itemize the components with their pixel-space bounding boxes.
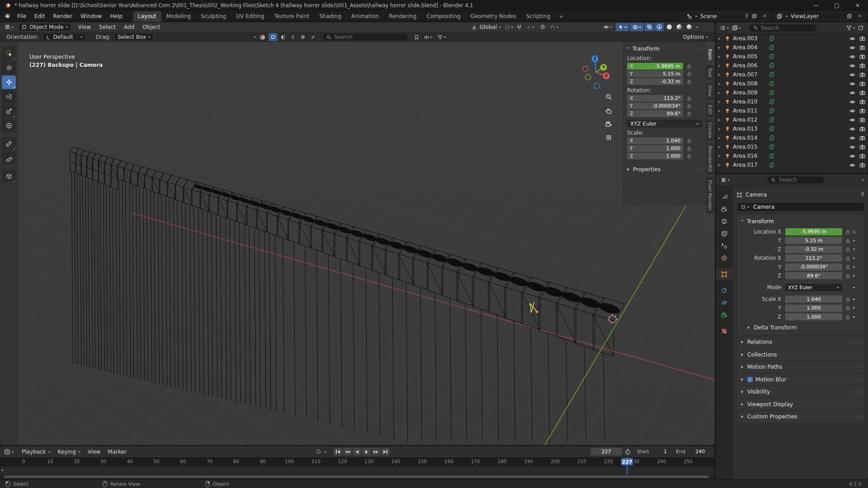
tab-texture[interactable] xyxy=(716,325,733,337)
outliner-search-input[interactable]: Search xyxy=(749,24,817,32)
proportional-editing-toggle[interactable] xyxy=(538,23,547,31)
animate-decorator[interactable]: ◇ xyxy=(850,229,858,234)
menu-item[interactable]: Window xyxy=(76,12,106,21)
expand-arrow-icon[interactable]: ▸ xyxy=(718,72,725,77)
object-name-field[interactable]: Camera xyxy=(737,202,864,211)
play-button[interactable] xyxy=(362,448,371,455)
n-panel-tab[interactable]: BlenderKit xyxy=(706,143,714,175)
frame-end-field[interactable]: End240 xyxy=(672,448,708,455)
hide-eye-icon[interactable] xyxy=(849,63,855,69)
remove-viewlayer-icon[interactable]: ✕ xyxy=(858,13,862,19)
expand-arrow-icon[interactable]: ▸ xyxy=(718,163,725,167)
blender-menu-logo-icon[interactable] xyxy=(4,13,10,19)
outliner-row[interactable]: ▸ Area.015 xyxy=(716,142,868,151)
viewport-camera-view-button[interactable] xyxy=(604,119,613,129)
collapsed-section[interactable]: ✓ Motion Blur xyxy=(737,374,864,385)
properties-options-caret[interactable] xyxy=(862,179,864,182)
expand-arrow-icon[interactable]: ▸ xyxy=(718,63,725,68)
location-value-field[interactable]: Z-0.32 m xyxy=(627,78,683,85)
tab-object[interactable] xyxy=(716,268,733,280)
collapsed-section[interactable]: Viewport Display xyxy=(737,399,864,410)
timeline-editor-type-button[interactable] xyxy=(3,448,15,456)
animate-decorator[interactable]: • xyxy=(850,273,858,278)
scrollbar-thumb[interactable] xyxy=(4,475,709,478)
value-field[interactable]: 1.000 xyxy=(785,313,842,320)
hide-eye-icon[interactable] xyxy=(849,126,855,132)
hide-eye-icon[interactable] xyxy=(849,99,855,105)
lock-icon[interactable] xyxy=(687,154,692,159)
menu-item[interactable]: Edit xyxy=(30,12,49,21)
orientation-default-dropdown[interactable]: Default xyxy=(42,33,86,41)
tool-measure[interactable] xyxy=(2,151,16,165)
timeline-tracks[interactable]: ▸ xyxy=(0,467,715,474)
disable-render-icon[interactable] xyxy=(859,153,865,159)
value-field[interactable]: -0.000034° xyxy=(785,263,842,271)
collapsed-section[interactable]: Motion Paths xyxy=(737,361,864,373)
pin-icon[interactable] xyxy=(860,192,865,197)
tool-cursor[interactable] xyxy=(2,61,16,75)
disable-render-icon[interactable] xyxy=(859,45,865,51)
tab-constraints[interactable] xyxy=(716,284,733,296)
rotation-value-field[interactable]: Y-0.000034° xyxy=(627,103,683,109)
outliner-row[interactable]: ▸ Area.005 xyxy=(716,52,868,61)
n-panel-tab[interactable]: Edit xyxy=(706,102,714,117)
expand-arrow-icon[interactable]: ▸ xyxy=(718,90,725,95)
outliner-row[interactable]: ▸ Area.013 xyxy=(716,124,868,133)
lock-icon[interactable] xyxy=(687,71,692,76)
shading-material-button[interactable] xyxy=(675,23,684,31)
select-origin-toggle[interactable] xyxy=(269,33,278,41)
hide-eye-icon[interactable] xyxy=(849,117,855,123)
disable-render-icon[interactable] xyxy=(859,117,865,123)
lock-icon[interactable] xyxy=(845,273,850,278)
frame-start-field[interactable]: Start1 xyxy=(633,448,670,455)
n-panel-tab[interactable]: View xyxy=(706,82,714,100)
value-field[interactable]: -0.32 m xyxy=(785,246,842,253)
tool-scale[interactable] xyxy=(2,104,16,118)
viewport-canvas[interactable]: User Perspective (227) Backupo | Camera … xyxy=(18,42,715,445)
lock-icon[interactable] xyxy=(845,314,850,319)
material-ball-icon[interactable] xyxy=(260,35,265,40)
next-keyframe-button[interactable] xyxy=(372,448,380,455)
xray-toggle[interactable] xyxy=(645,23,654,31)
hide-eye-icon[interactable] xyxy=(849,45,855,51)
scene-selector[interactable]: Scene ✕ xyxy=(684,12,769,20)
workspace-tab[interactable]: UV Editing xyxy=(231,11,269,22)
expand-arrow-icon[interactable]: ▸ xyxy=(718,36,725,41)
hide-eye-icon[interactable] xyxy=(849,36,855,42)
tool-transform[interactable] xyxy=(2,119,16,132)
tab-physics[interactable] xyxy=(716,296,733,309)
expand-arrow-icon[interactable]: ▸ xyxy=(718,127,725,131)
timeline-menu-item[interactable]: Keying xyxy=(54,447,84,456)
lock-icon[interactable] xyxy=(687,138,692,143)
disable-render-icon[interactable] xyxy=(859,72,865,78)
jump-to-end-button[interactable] xyxy=(381,448,390,455)
tab-world[interactable] xyxy=(716,252,733,264)
options-button[interactable]: Options xyxy=(680,33,711,41)
animate-decorator[interactable]: • xyxy=(850,297,858,302)
workspace-tab[interactable]: Geometry Nodes xyxy=(466,11,521,22)
expand-arrow-icon[interactable]: ▸ xyxy=(718,54,725,59)
viewlayer-selector[interactable]: ViewLayer ✕ xyxy=(774,12,864,20)
hide-eye-icon[interactable] xyxy=(849,81,855,87)
collapsed-section[interactable]: Collections xyxy=(737,349,864,360)
workspace-tab[interactable]: Modeling xyxy=(161,11,196,22)
select-brush-toggle[interactable] xyxy=(308,33,317,41)
transform-panel-header[interactable]: Transform xyxy=(741,217,861,225)
show-gizmo-toggle[interactable] xyxy=(616,23,629,31)
properties-collapsed-panel[interactable]: Properties xyxy=(627,165,703,174)
viewport-zoom-button[interactable] xyxy=(604,92,613,102)
lock-icon[interactable] xyxy=(845,297,850,302)
viewport-menu-item[interactable]: Add xyxy=(120,23,138,32)
rotation-mode-dropdown[interactable]: XYZ Euler xyxy=(627,120,702,127)
outliner-row[interactable]: ▸ Area.014 xyxy=(716,133,868,142)
value-field[interactable]: 5.15 m xyxy=(785,237,842,244)
collapsed-section[interactable]: Custom Properties xyxy=(737,411,864,422)
hide-eye-icon[interactable] xyxy=(849,162,855,168)
drag-select-box-dropdown[interactable]: Select Box xyxy=(114,33,154,41)
scale-value-field[interactable]: Y1.000 xyxy=(627,145,683,152)
properties-editor-type-button[interactable] xyxy=(719,176,731,184)
shading-solid-button[interactable] xyxy=(665,23,674,31)
workspace-tab[interactable]: Animation xyxy=(346,11,384,22)
gizmo-y-label[interactable]: Y xyxy=(602,65,605,70)
rotation-value-field[interactable]: Z89.6° xyxy=(627,110,683,117)
